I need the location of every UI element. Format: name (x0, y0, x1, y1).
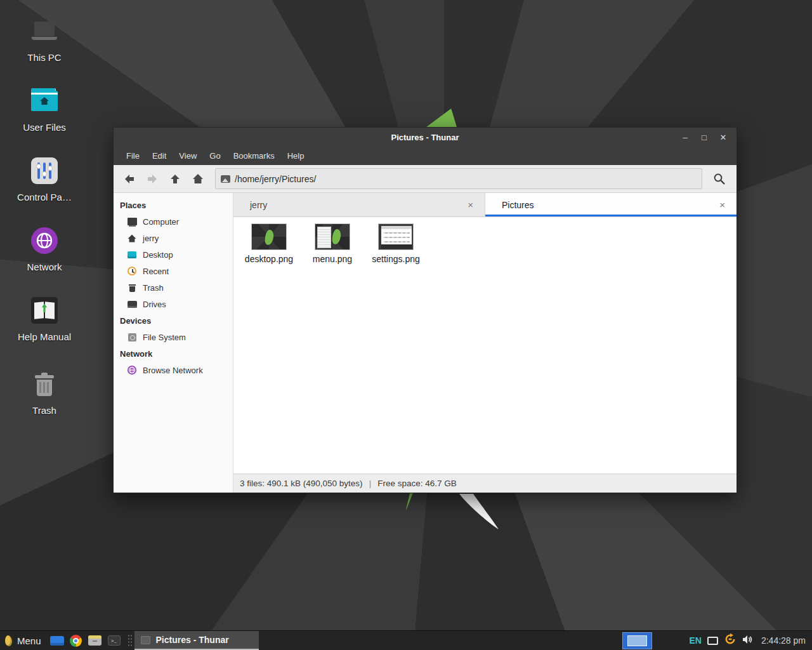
blue-app-icon (50, 636, 64, 646)
desktop-icon-help-manual[interactable]: Help Manual (11, 292, 77, 362)
chrome-icon (70, 635, 82, 647)
window-controls: – □ ✕ (677, 128, 731, 147)
sidebar-item-home[interactable]: jerry (114, 230, 233, 246)
taskbar-window-button[interactable]: Pictures - Thunar (134, 631, 259, 650)
filesystem-drive-icon (127, 332, 137, 342)
sidebar-header-devices: Devices (114, 312, 233, 329)
back-button[interactable] (119, 169, 140, 189)
home-folder-icon (31, 91, 58, 111)
tab-pictures[interactable]: Pictures × (485, 193, 737, 216)
keyboard-layout-indicator[interactable]: EN (689, 635, 701, 646)
desktop-icon-label: User Files (23, 122, 66, 133)
free-space: Free space: 46.7 GB (377, 479, 457, 488)
sidebar-item-label: Computer (143, 217, 179, 227)
sidebar-item-label: Recent (143, 267, 169, 276)
tab-close-icon[interactable]: × (716, 198, 729, 211)
volume-icon[interactable] (742, 635, 753, 647)
pictures-folder-icon (221, 175, 230, 183)
desktop-icon-column: This PC User Files Control Pa… Network H… (11, 13, 77, 435)
thunar-window: Pictures - Thunar – □ ✕ File Edit View G… (113, 127, 737, 493)
menu-edit[interactable]: Edit (146, 149, 173, 163)
file-list-view[interactable]: desktop.png menu.png settings.png (233, 217, 737, 474)
file-desktop-png[interactable]: desktop.png (237, 222, 301, 264)
titlebar[interactable]: Pictures - Thunar – □ ✕ (114, 128, 737, 147)
forward-button[interactable] (141, 169, 163, 189)
trash-icon (34, 371, 55, 397)
up-button[interactable] (164, 169, 186, 189)
sidebar-item-trash[interactable]: Trash (114, 279, 233, 296)
path-bar[interactable]: /home/jerry/Pictures/ (215, 168, 702, 189)
launcher-file-manager[interactable] (86, 631, 105, 650)
launcher-terminal[interactable]: >_ (105, 631, 124, 650)
file-thumbnail (251, 223, 287, 250)
toolbar: /home/jerry/Pictures/ (114, 165, 737, 193)
file-thumbnail (378, 223, 414, 250)
menu-button[interactable]: Menu (0, 631, 48, 650)
workspace-pager[interactable] (622, 632, 652, 649)
display-tray-icon[interactable] (707, 637, 718, 645)
launcher-show-desktop[interactable] (48, 631, 67, 650)
home-button[interactable] (187, 169, 209, 189)
browse-network-globe-icon (127, 365, 137, 375)
main-pane: jerry × Pictures × desktop.png menu.png (233, 193, 737, 493)
sidebar-item-browse-network[interactable]: Browse Network (114, 362, 233, 378)
desktop-icon-network[interactable]: Network (11, 222, 77, 292)
desktop-icon-user-files[interactable]: User Files (11, 83, 77, 152)
sidebar-item-recent[interactable]: Recent (114, 263, 233, 279)
recent-clock-icon (127, 266, 137, 276)
update-manager-icon[interactable] (724, 633, 737, 648)
sidebar-header-places: Places (114, 197, 233, 213)
file-settings-png[interactable]: settings.png (364, 222, 428, 264)
sidebar-item-label: Trash (143, 283, 164, 293)
drive-icon (127, 299, 137, 309)
taskbar-window-label: Pictures - Thunar (156, 635, 229, 645)
menu-view[interactable]: View (173, 149, 203, 163)
search-button[interactable] (707, 168, 731, 190)
file-name: menu.png (313, 254, 352, 264)
sidebar: Places Computer jerry Desktop Recent (114, 193, 233, 493)
sidebar-header-network: Network (114, 345, 233, 362)
desktop-icon-label: Network (27, 262, 62, 272)
file-name: desktop.png (245, 254, 293, 264)
menu-file[interactable]: File (120, 149, 146, 163)
sidebar-item-computer[interactable]: Computer (114, 213, 233, 230)
menu-go[interactable]: Go (203, 149, 226, 163)
trash-icon (127, 282, 137, 293)
file-name: settings.png (372, 254, 420, 264)
menu-bookmarks[interactable]: Bookmarks (227, 149, 281, 163)
tab-jerry[interactable]: jerry × (233, 193, 485, 216)
desktop-icon-label: Trash (32, 405, 56, 416)
files-summary: 3 files: 490.1 kB (490,050 bytes) (240, 479, 363, 488)
taskbar: Menu >_ Pictures - Thunar EN 2:44:28 pm (0, 630, 812, 650)
desktop-icon (127, 249, 137, 260)
close-button[interactable]: ✕ (715, 129, 731, 145)
desktop-icon-this-pc[interactable]: This PC (11, 13, 77, 83)
file-thumbnail (315, 223, 350, 250)
launcher-chrome[interactable] (67, 631, 86, 650)
sidebar-item-label: Drives (143, 300, 166, 309)
panel-drag-handle[interactable] (128, 634, 133, 647)
tab-label: Pictures (502, 200, 716, 210)
file-menu-png[interactable]: menu.png (301, 222, 364, 264)
system-tray: EN 2:44:28 pm (689, 633, 812, 648)
help-manual-icon (31, 297, 58, 324)
wallpaper-white-blade (454, 493, 502, 532)
desktop-icon-trash[interactable]: Trash (11, 366, 77, 435)
menu-help[interactable]: Help (281, 149, 311, 163)
desktop-icon-control-panel[interactable]: Control Pa… (11, 152, 77, 222)
sidebar-item-label: Browse Network (143, 366, 203, 375)
desktop-icon-label: Help Manual (18, 331, 71, 342)
status-bar: 3 files: 490.1 kB (490,050 bytes) | Free… (233, 474, 737, 493)
sidebar-item-file-system[interactable]: File System (114, 329, 233, 345)
path-text: /home/jerry/Pictures/ (235, 174, 316, 184)
terminal-icon: >_ (108, 635, 121, 646)
clock[interactable]: 2:44:28 pm (761, 635, 806, 646)
home-icon (127, 233, 137, 243)
maximize-button[interactable]: □ (696, 129, 712, 145)
minimize-button[interactable]: – (677, 129, 693, 145)
sidebar-item-drives[interactable]: Drives (114, 296, 233, 312)
tab-label: jerry (250, 200, 464, 210)
desktop-icon-label: Control Pa… (17, 192, 72, 202)
sidebar-item-desktop[interactable]: Desktop (114, 246, 233, 263)
tab-close-icon[interactable]: × (464, 198, 477, 211)
